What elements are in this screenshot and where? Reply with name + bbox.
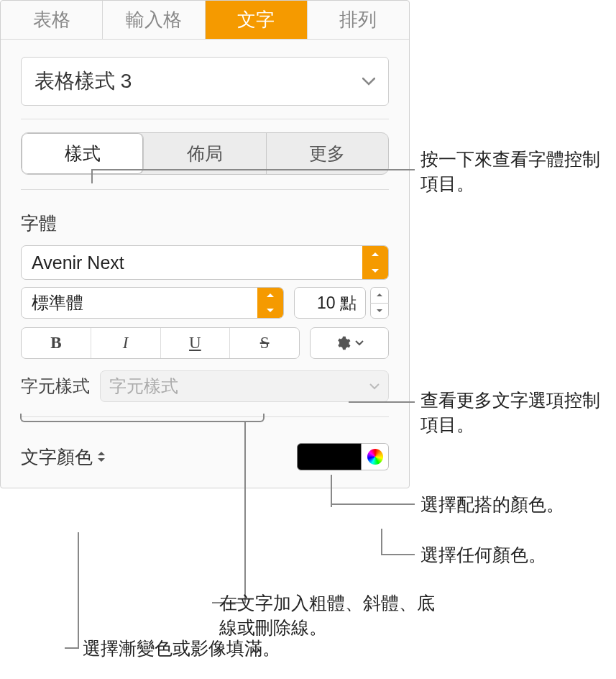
bold-button[interactable]: B (22, 328, 91, 358)
callout-text: 查看更多文字選項控制項目。 (420, 388, 607, 437)
chevron-up-icon (257, 288, 283, 303)
chevron-up-icon (362, 246, 388, 263)
font-family-stepper[interactable] (362, 246, 388, 279)
paragraph-style-value: 表格樣式 3 (35, 68, 132, 95)
callout-line (381, 529, 382, 554)
font-family-value: Avenir Next (22, 252, 362, 273)
font-size-input[interactable]: 10 點 (294, 287, 366, 319)
updown-icon (97, 451, 106, 462)
color-wheel-icon (367, 449, 383, 465)
character-style-placeholder: 字元樣式 (109, 375, 178, 398)
color-controls (297, 443, 389, 470)
text-color-label: 文字顏色 (21, 445, 93, 469)
italic-button[interactable]: I (91, 328, 161, 358)
chevron-down-icon (355, 340, 364, 346)
text-style-group: B I U S (21, 327, 300, 359)
chevron-up-icon (370, 287, 389, 303)
subtab-style[interactable]: 樣式 (22, 133, 144, 174)
tab-text[interactable]: 文字 (206, 1, 308, 39)
character-style-label: 字元樣式 (21, 375, 90, 398)
callout-text: 在文字加入粗體、斜體、底線或刪除線。 (219, 591, 449, 640)
subtab-more[interactable]: 更多 (267, 133, 388, 174)
typeface-value: 標準體 (22, 291, 93, 314)
paragraph-style-select[interactable]: 表格樣式 3 (21, 57, 389, 106)
callout-line (91, 169, 415, 170)
strikethrough-button[interactable]: S (230, 328, 299, 358)
typeface-stepper[interactable] (257, 288, 283, 318)
font-section-label: 字體 (21, 211, 389, 235)
color-wheel-button[interactable] (362, 443, 389, 470)
divider (21, 119, 389, 119)
callout-line (91, 169, 93, 183)
font-size-control: 10 點 (294, 287, 389, 319)
chevron-down-icon (370, 303, 389, 319)
callout-text: 選擇任何顏色。 (420, 543, 607, 568)
callout-line (331, 475, 332, 507)
callout-text: 選擇配搭的顏色。 (420, 493, 607, 517)
font-size-stepper[interactable] (370, 287, 389, 319)
tab-arrange[interactable]: 排列 (308, 1, 409, 39)
advanced-options-button[interactable] (310, 327, 389, 359)
callout-line (65, 647, 79, 649)
callout-bracket (20, 414, 265, 422)
divider (21, 189, 389, 190)
underline-button[interactable]: U (161, 328, 231, 358)
chevron-down-icon (257, 303, 283, 318)
text-color-button[interactable]: 文字顏色 (21, 445, 106, 469)
callout-line (331, 503, 415, 505)
character-style-select[interactable]: 字元樣式 (100, 370, 389, 402)
color-swatch-button[interactable] (297, 443, 362, 470)
callout-line (381, 554, 415, 555)
subtab-layout[interactable]: 佈局 (144, 133, 266, 174)
font-family-select[interactable]: Avenir Next (21, 245, 389, 280)
callout-line (78, 532, 79, 647)
typeface-select[interactable]: 標準體 (21, 287, 284, 319)
callout-line (244, 422, 246, 602)
top-tabs: 表格 輸入格 文字 排列 (1, 1, 409, 40)
tab-table[interactable]: 表格 (1, 1, 103, 39)
tab-cell[interactable]: 輸入格 (103, 1, 205, 39)
chevron-down-icon (362, 77, 375, 86)
callout-text: 選擇漸變色或影像填滿。 (83, 637, 313, 661)
chevron-down-icon (362, 263, 388, 279)
callout-line (349, 401, 415, 403)
chevron-down-icon (369, 383, 380, 390)
gear-icon (335, 335, 351, 351)
callout-text: 按一下來查看字體控制項目。 (420, 147, 607, 196)
